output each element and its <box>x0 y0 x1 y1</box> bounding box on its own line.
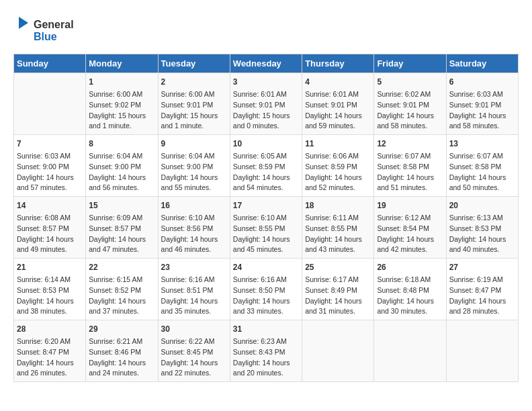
day-number: 16 <box>161 199 227 212</box>
calendar-cell: 19Sunrise: 6:12 AMSunset: 8:54 PMDayligh… <box>374 197 446 259</box>
calendar-cell: 27Sunrise: 6:19 AMSunset: 8:47 PMDayligh… <box>446 259 518 320</box>
day-number: 3 <box>233 76 299 88</box>
calendar-cell: 2Sunrise: 6:00 AMSunset: 9:01 PMDaylight… <box>158 73 230 135</box>
calendar-cell: 10Sunrise: 6:05 AMSunset: 8:59 PMDayligh… <box>230 135 302 197</box>
calendar-cell: 16Sunrise: 6:10 AMSunset: 8:56 PMDayligh… <box>158 197 230 259</box>
calendar-cell: 11Sunrise: 6:06 AMSunset: 8:59 PMDayligh… <box>302 135 374 197</box>
day-info: Sunrise: 6:03 AMSunset: 9:00 PMDaylight:… <box>17 151 83 193</box>
calendar-cell: 1Sunrise: 6:00 AMSunset: 9:02 PMDaylight… <box>86 73 158 135</box>
day-number: 29 <box>89 323 154 335</box>
day-number: 30 <box>161 323 227 335</box>
calendar-cell: 24Sunrise: 6:16 AMSunset: 8:50 PMDayligh… <box>230 259 302 320</box>
svg-text:Blue: Blue <box>34 31 57 42</box>
day-number: 4 <box>305 76 371 88</box>
day-number: 25 <box>305 261 371 273</box>
day-number: 9 <box>161 138 227 150</box>
days-header-row: SundayMondayTuesdayWednesdayThursdayFrid… <box>14 54 519 73</box>
day-header-friday: Friday <box>374 54 446 73</box>
day-number: 7 <box>17 138 83 150</box>
day-header-saturday: Saturday <box>446 54 518 73</box>
day-info: Sunrise: 6:11 AMSunset: 8:55 PMDaylight:… <box>305 213 371 255</box>
day-number: 17 <box>233 199 299 212</box>
day-number: 5 <box>377 76 443 88</box>
calendar-cell: 5Sunrise: 6:02 AMSunset: 9:01 PMDaylight… <box>374 73 446 135</box>
day-info: Sunrise: 6:12 AMSunset: 8:54 PMDaylight:… <box>377 213 443 255</box>
calendar-cell: 30Sunrise: 6:22 AMSunset: 8:45 PMDayligh… <box>158 320 230 382</box>
day-info: Sunrise: 6:10 AMSunset: 8:56 PMDaylight:… <box>161 213 227 255</box>
day-info: Sunrise: 6:06 AMSunset: 8:59 PMDaylight:… <box>305 151 371 193</box>
calendar-cell: 23Sunrise: 6:16 AMSunset: 8:51 PMDayligh… <box>158 259 230 320</box>
calendar-cell: 7Sunrise: 6:03 AMSunset: 9:00 PMDaylight… <box>14 135 86 197</box>
day-info: Sunrise: 6:04 AMSunset: 9:00 PMDaylight:… <box>161 151 227 193</box>
calendar-cell <box>374 320 446 382</box>
day-info: Sunrise: 6:07 AMSunset: 8:58 PMDaylight:… <box>377 151 443 193</box>
day-number: 23 <box>161 261 227 273</box>
day-number: 20 <box>449 199 515 212</box>
day-info: Sunrise: 6:09 AMSunset: 8:57 PMDaylight:… <box>89 213 154 255</box>
week-row-4: 21Sunrise: 6:14 AMSunset: 8:53 PMDayligh… <box>14 259 519 320</box>
calendar-cell <box>302 320 374 382</box>
day-info: Sunrise: 6:01 AMSunset: 9:01 PMDaylight:… <box>305 89 371 132</box>
day-number: 21 <box>17 261 83 273</box>
day-number: 11 <box>305 138 371 150</box>
calendar-cell: 29Sunrise: 6:21 AMSunset: 8:46 PMDayligh… <box>86 320 158 382</box>
calendar-cell: 28Sunrise: 6:20 AMSunset: 8:47 PMDayligh… <box>14 320 86 382</box>
day-header-thursday: Thursday <box>302 54 374 73</box>
day-info: Sunrise: 6:07 AMSunset: 8:58 PMDaylight:… <box>449 151 515 193</box>
day-info: Sunrise: 6:18 AMSunset: 8:48 PMDaylight:… <box>377 275 443 317</box>
day-info: Sunrise: 6:13 AMSunset: 8:53 PMDaylight:… <box>449 213 515 255</box>
logo-svg: GeneralBlue <box>13 13 94 47</box>
day-info: Sunrise: 6:17 AMSunset: 8:49 PMDaylight:… <box>305 275 371 317</box>
calendar-table: SundayMondayTuesdayWednesdayThursdayFrid… <box>13 54 519 382</box>
day-number: 19 <box>377 199 443 212</box>
day-info: Sunrise: 6:15 AMSunset: 8:52 PMDaylight:… <box>89 275 154 317</box>
day-number: 13 <box>449 138 515 150</box>
calendar-cell: 4Sunrise: 6:01 AMSunset: 9:01 PMDaylight… <box>302 73 374 135</box>
calendar-cell: 6Sunrise: 6:03 AMSunset: 9:01 PMDaylight… <box>446 73 518 135</box>
calendar-cell: 21Sunrise: 6:14 AMSunset: 8:53 PMDayligh… <box>14 259 86 320</box>
week-row-2: 7Sunrise: 6:03 AMSunset: 9:00 PMDaylight… <box>14 135 519 197</box>
calendar-cell: 22Sunrise: 6:15 AMSunset: 8:52 PMDayligh… <box>86 259 158 320</box>
day-info: Sunrise: 6:05 AMSunset: 8:59 PMDaylight:… <box>233 151 299 193</box>
day-info: Sunrise: 6:03 AMSunset: 9:01 PMDaylight:… <box>449 89 515 132</box>
svg-marker-0 <box>19 17 28 29</box>
calendar-cell: 13Sunrise: 6:07 AMSunset: 8:58 PMDayligh… <box>446 135 518 197</box>
calendar-cell: 12Sunrise: 6:07 AMSunset: 8:58 PMDayligh… <box>374 135 446 197</box>
day-number: 10 <box>233 138 299 150</box>
day-number: 26 <box>377 261 443 273</box>
calendar-cell <box>14 73 86 135</box>
day-info: Sunrise: 6:16 AMSunset: 8:50 PMDaylight:… <box>233 275 299 317</box>
day-info: Sunrise: 6:02 AMSunset: 9:01 PMDaylight:… <box>377 89 443 132</box>
day-info: Sunrise: 6:08 AMSunset: 8:57 PMDaylight:… <box>17 213 83 255</box>
day-number: 27 <box>449 261 515 273</box>
calendar-cell: 31Sunrise: 6:23 AMSunset: 8:43 PMDayligh… <box>230 320 302 382</box>
week-row-5: 28Sunrise: 6:20 AMSunset: 8:47 PMDayligh… <box>14 320 519 382</box>
calendar-cell: 14Sunrise: 6:08 AMSunset: 8:57 PMDayligh… <box>14 197 86 259</box>
day-number: 14 <box>17 199 83 212</box>
day-header-tuesday: Tuesday <box>158 54 230 73</box>
week-row-3: 14Sunrise: 6:08 AMSunset: 8:57 PMDayligh… <box>14 197 519 259</box>
calendar-cell <box>446 320 518 382</box>
calendar-cell: 18Sunrise: 6:11 AMSunset: 8:55 PMDayligh… <box>302 197 374 259</box>
calendar-cell: 9Sunrise: 6:04 AMSunset: 9:00 PMDaylight… <box>158 135 230 197</box>
day-info: Sunrise: 6:20 AMSunset: 8:47 PMDaylight:… <box>17 336 83 379</box>
calendar-cell: 8Sunrise: 6:04 AMSunset: 9:00 PMDaylight… <box>86 135 158 197</box>
day-number: 28 <box>17 323 83 335</box>
day-info: Sunrise: 6:19 AMSunset: 8:47 PMDaylight:… <box>449 275 515 317</box>
day-number: 18 <box>305 199 371 212</box>
day-number: 22 <box>89 261 154 273</box>
day-header-sunday: Sunday <box>14 54 86 73</box>
svg-text:General: General <box>34 19 74 30</box>
calendar-cell: 3Sunrise: 6:01 AMSunset: 9:01 PMDaylight… <box>230 73 302 135</box>
day-info: Sunrise: 6:04 AMSunset: 9:00 PMDaylight:… <box>89 151 154 193</box>
day-number: 6 <box>449 76 515 88</box>
day-info: Sunrise: 6:10 AMSunset: 8:55 PMDaylight:… <box>233 213 299 255</box>
day-info: Sunrise: 6:01 AMSunset: 9:01 PMDaylight:… <box>233 89 299 132</box>
day-info: Sunrise: 6:14 AMSunset: 8:53 PMDaylight:… <box>17 275 83 317</box>
day-info: Sunrise: 6:21 AMSunset: 8:46 PMDaylight:… <box>89 336 154 379</box>
day-info: Sunrise: 6:23 AMSunset: 8:43 PMDaylight:… <box>233 336 299 379</box>
calendar-cell: 20Sunrise: 6:13 AMSunset: 8:53 PMDayligh… <box>446 197 518 259</box>
day-info: Sunrise: 6:22 AMSunset: 8:45 PMDaylight:… <box>161 336 227 379</box>
day-header-monday: Monday <box>86 54 158 73</box>
page-header: GeneralBlue <box>13 13 519 47</box>
